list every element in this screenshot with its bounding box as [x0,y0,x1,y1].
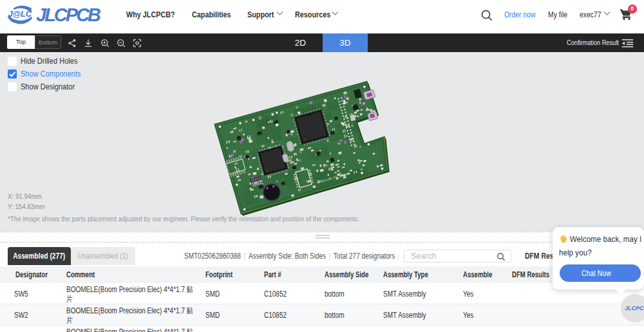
svg-text:J@LC: J@LC [8,9,32,19]
svg-text:JLCPCB: JLCPCB [36,5,100,25]
